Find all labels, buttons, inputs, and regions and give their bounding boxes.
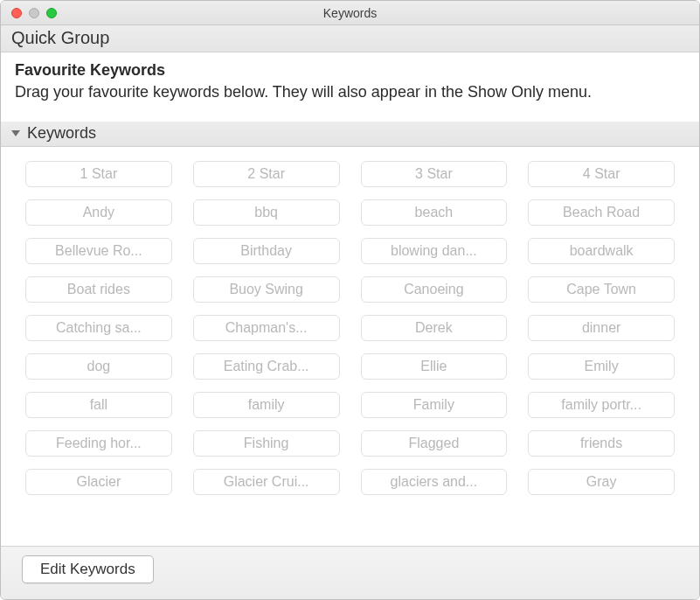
keyword-pill[interactable]: blowing dan... <box>361 238 508 264</box>
keyword-pill[interactable]: 3 Star <box>361 161 508 187</box>
window-title: Keywords <box>1 6 699 20</box>
keyword-pill[interactable]: dog <box>25 353 172 380</box>
titlebar: Keywords <box>1 1 699 25</box>
footer: Edit Keywords <box>1 546 699 599</box>
keyword-pill[interactable]: Glacier <box>25 469 172 495</box>
keyword-pill[interactable]: Family <box>361 392 508 418</box>
keyword-pill[interactable]: glaciers and... <box>361 469 508 495</box>
window-controls <box>1 8 57 18</box>
keyword-pill[interactable]: Birthday <box>193 238 340 264</box>
keyword-pill[interactable]: Chapman's... <box>193 315 340 341</box>
keyword-pill[interactable]: family <box>193 392 340 418</box>
keyword-pill[interactable]: Glacier Crui... <box>193 469 340 495</box>
keyword-pill[interactable]: Flagged <box>361 430 508 457</box>
keyword-pill[interactable]: Eating Crab... <box>193 353 340 380</box>
keyword-pill[interactable]: bbq <box>193 199 340 226</box>
keyword-pill[interactable]: Buoy Swing <box>193 276 340 303</box>
keyword-pill[interactable]: Derek <box>361 315 508 341</box>
keyword-pill[interactable]: fall <box>25 392 172 418</box>
keyword-pill[interactable]: Bellevue Ro... <box>25 238 172 264</box>
keyword-pill[interactable]: boardwalk <box>528 238 675 264</box>
favourites-description: Drag your favourite keywords below. They… <box>15 81 685 102</box>
close-button[interactable] <box>11 8 22 18</box>
keyword-pill[interactable]: 2 Star <box>193 161 340 187</box>
keyword-pill[interactable]: Cape Town <box>528 276 675 303</box>
keyword-pill[interactable]: 4 Star <box>528 161 675 187</box>
favourites-drop-area[interactable]: Favourite Keywords Drag your favourite k… <box>1 52 699 122</box>
favourites-title: Favourite Keywords <box>15 61 685 80</box>
keyword-pill[interactable]: Ellie <box>361 353 508 380</box>
keyword-pill[interactable]: Emily <box>528 353 675 380</box>
section-quick-group[interactable]: Quick Group <box>1 25 699 52</box>
edit-keywords-button[interactable]: Edit Keywords <box>22 555 154 583</box>
keyword-pill[interactable]: Feeding hor... <box>25 430 172 457</box>
keywords-window: Keywords Quick Group Favourite Keywords … <box>0 0 700 600</box>
keyword-pill[interactable]: Andy <box>25 199 172 226</box>
keyword-pill[interactable]: Fishing <box>193 430 340 457</box>
keyword-pill[interactable]: 1 Star <box>25 161 172 187</box>
keyword-pill[interactable]: Catching sa... <box>25 315 172 341</box>
section-keywords[interactable]: Keywords <box>1 122 699 147</box>
keyword-pill[interactable]: Boat rides <box>25 276 172 303</box>
keywords-grid: 1 Star2 Star3 Star4 StarAndybbqbeachBeac… <box>1 147 699 546</box>
keyword-pill[interactable]: Gray <box>528 469 675 495</box>
keyword-pill[interactable]: dinner <box>528 315 675 341</box>
keyword-pill[interactable]: beach <box>361 199 508 226</box>
disclosure-triangle-icon[interactable] <box>11 130 20 136</box>
section-label: Keywords <box>27 124 96 143</box>
zoom-button[interactable] <box>46 8 57 18</box>
keyword-pill[interactable]: Beach Road <box>528 199 675 226</box>
minimize-button[interactable] <box>29 8 39 18</box>
keyword-pill[interactable]: family portr... <box>528 392 675 418</box>
section-label: Quick Group <box>11 28 109 48</box>
keyword-pill[interactable]: friends <box>528 430 675 457</box>
keyword-pill[interactable]: Canoeing <box>361 276 508 303</box>
